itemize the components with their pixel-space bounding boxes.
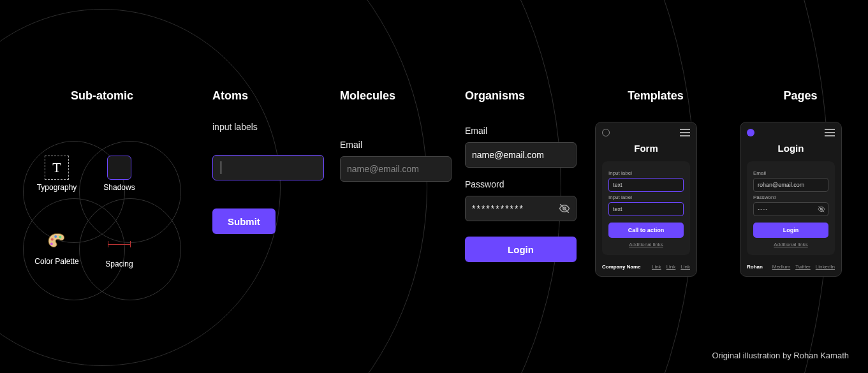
eye-off-icon[interactable] (559, 203, 570, 214)
avatar-placeholder-icon (602, 129, 610, 136)
eye-off-icon[interactable] (818, 205, 825, 213)
page-card: Login Email rohan@email.com Password ···… (740, 122, 842, 277)
input-label: Input label (608, 194, 684, 200)
subatomic-shadows: Shadows (91, 155, 148, 192)
footer-link[interactable]: Link (666, 264, 676, 270)
cta-button[interactable]: Call to action (608, 223, 684, 238)
heading-pages: Pages (740, 89, 861, 103)
svg-point-3 (50, 243, 53, 245)
card-title: Login (747, 143, 835, 154)
typography-icon: T (44, 155, 70, 180)
input-label: Input label (608, 170, 684, 176)
form-panel: Input label text Input label text Call t… (602, 161, 690, 255)
email-input[interactable]: rohan@email.com (753, 178, 828, 192)
card-title: Form (602, 143, 690, 154)
svg-point-1 (54, 235, 57, 238)
password-label: Password (465, 179, 586, 189)
palette-icon (44, 229, 70, 254)
additional-links[interactable]: Additional links (753, 242, 828, 247)
text-input[interactable]: text (608, 202, 684, 216)
spacing-icon (107, 231, 132, 257)
email-label: Email (340, 140, 461, 150)
spacing-label: Spacing (91, 260, 148, 268)
subatomic-palette: Color Palette (28, 229, 85, 266)
shadows-icon (107, 155, 132, 180)
footer-link-medium[interactable]: Medium (772, 264, 790, 270)
heading-subatomic: Sub-atomic (19, 89, 185, 103)
password-label: Password (753, 194, 828, 200)
subatomic-typography: T Typography (28, 155, 85, 192)
email-input[interactable] (340, 156, 452, 182)
heading-molecules: Molecules (340, 89, 461, 103)
footer-link-linkedin[interactable]: LinkedIn (816, 264, 835, 270)
svg-point-2 (59, 236, 61, 238)
footer-link-twitter[interactable]: Twitter (795, 264, 811, 270)
login-button[interactable]: Login (753, 223, 828, 238)
login-button[interactable]: Login (465, 237, 577, 262)
email-input[interactable] (465, 142, 577, 168)
menu-icon[interactable] (825, 129, 835, 136)
atom-label-text: input labels (212, 122, 334, 132)
additional-links[interactable]: Additional links (608, 242, 684, 247)
footer-link[interactable]: Link (652, 264, 661, 270)
heading-templates: Templates (595, 89, 716, 103)
typography-glyph: T (45, 156, 69, 180)
heading-atoms: Atoms (212, 89, 334, 103)
password-input[interactable]: ······ (753, 202, 828, 216)
palette-label: Color Palette (28, 257, 85, 266)
company-name: Company Name (602, 264, 640, 270)
author-name: Rohan (747, 264, 763, 270)
text-input[interactable] (212, 155, 324, 180)
login-panel: Email rohan@email.com Password ······ Lo… (747, 161, 835, 255)
attribution-caption: Original illustration by Rohan Kamath (712, 351, 849, 360)
venn-diagram: T Typography Shadows Color Palette (19, 122, 185, 294)
heading-organisms: Organisms (465, 89, 586, 103)
menu-icon[interactable] (680, 129, 690, 136)
template-card: Form Input label text Input label text C… (595, 122, 697, 277)
typography-label: Typography (28, 183, 85, 192)
svg-point-0 (51, 238, 54, 240)
subatomic-spacing: Spacing (91, 231, 148, 268)
footer-link[interactable]: Link (680, 264, 690, 270)
email-label: Email (753, 170, 828, 176)
email-label: Email (465, 126, 586, 136)
avatar-icon (747, 129, 754, 136)
text-input[interactable]: text (608, 178, 684, 192)
submit-button[interactable]: Submit (212, 208, 276, 234)
shadows-label: Shadows (91, 183, 148, 192)
